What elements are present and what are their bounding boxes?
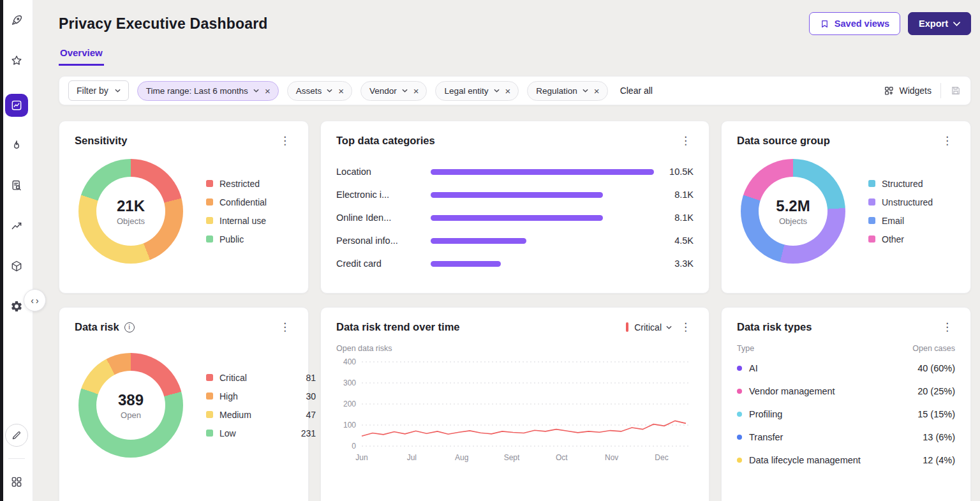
filter-chip-regulation[interactable]: Regulation × <box>527 81 607 101</box>
svg-text:Jul: Jul <box>407 453 417 462</box>
bar-fill <box>431 169 654 175</box>
card-menu-icon[interactable]: ⋮ <box>277 134 293 147</box>
remove-filter-icon[interactable]: × <box>264 86 271 96</box>
card-menu-icon[interactable]: ⋮ <box>939 320 955 334</box>
clear-all-button[interactable]: Clear all <box>620 86 653 96</box>
type-color-dot <box>737 412 742 417</box>
sidebar-item-catalog[interactable] <box>5 255 28 278</box>
card-menu-icon[interactable]: ⋮ <box>678 320 694 334</box>
donut-total-label: Objects <box>779 216 807 226</box>
bar-label: Credit card <box>336 258 422 269</box>
column-header-open-cases: Open cases <box>912 344 955 353</box>
open-cases-value: 12 (4%) <box>923 455 955 465</box>
line-chart: 0100200300400JunJulAugSeptOctNovDec <box>336 355 691 465</box>
legend-label: Medium <box>219 410 251 420</box>
donut-center: 389 Open <box>78 353 183 458</box>
sensitivity-card: Sensitivity ⋮ 21K Objects Restricted Con… <box>59 121 309 294</box>
saved-views-button[interactable]: Saved views <box>809 12 900 35</box>
bar-fill <box>431 238 526 244</box>
legend-item: Email <box>868 216 933 226</box>
filter-chip-label: Legal entity <box>444 86 488 96</box>
widgets-button[interactable]: Widgets <box>884 86 932 96</box>
legend-label: Email <box>882 216 904 226</box>
remove-filter-icon[interactable]: × <box>505 86 512 96</box>
sensitivity-donut-chart: 21K Objects <box>78 159 183 264</box>
card-title: Top data categories <box>336 135 435 147</box>
svg-text:Aug: Aug <box>455 453 468 462</box>
legend-label: Critical <box>219 373 247 383</box>
data-risk-trend-card: Data risk trend over time Critical ⋮ Ope… <box>320 307 709 501</box>
bar-track <box>431 169 654 175</box>
donut-total-label: Objects <box>117 216 145 226</box>
filter-bar: Filter by Time range: Last 6 months × As… <box>59 76 971 105</box>
remove-filter-icon[interactable]: × <box>413 86 420 96</box>
table-row: Profiling15 (15%) <box>737 403 955 426</box>
category-bar-chart: Location 10.5K Electronic i... 8.1K Onli… <box>336 167 694 269</box>
bar-track <box>431 238 654 244</box>
tab-overview[interactable]: Overview <box>59 47 104 66</box>
bar-row: Location 10.5K <box>336 167 694 177</box>
data-risk-card: Data risk i ⋮ 389 Open Critical81 High <box>59 307 309 501</box>
filter-chip-assets[interactable]: Assets × <box>287 81 352 101</box>
filter-chip-label: Time range: Last 6 months <box>146 86 248 96</box>
chevron-down-icon <box>953 22 960 26</box>
sidebar-item-compose[interactable] <box>5 424 28 447</box>
table-row: AI40 (60%) <box>737 357 955 380</box>
series-dropdown[interactable]: Critical <box>634 322 672 333</box>
legend-swatch <box>868 180 875 187</box>
remove-filter-icon[interactable]: × <box>593 86 600 96</box>
legend-label: Low <box>219 428 236 438</box>
filter-chip-time-range[interactable]: Time range: Last 6 months × <box>137 81 279 101</box>
type-label: AI <box>749 363 758 373</box>
table-row: Vendor management20 (25%) <box>737 380 955 403</box>
legend-label: High <box>219 391 238 401</box>
legend-swatch <box>868 236 875 243</box>
legend-swatch <box>206 180 213 187</box>
filter-chip-legal-entity[interactable]: Legal entity × <box>435 81 519 101</box>
legend-item: Medium47 <box>206 410 316 420</box>
card-menu-icon[interactable]: ⋮ <box>939 134 955 147</box>
page-title: Privacy Executive Dashboard <box>59 15 268 33</box>
dashboard-chart-icon <box>10 99 23 112</box>
legend-swatch <box>206 411 213 418</box>
sidebar-item-apps[interactable] <box>5 470 28 493</box>
sensitivity-legend: Restricted Confidential Internal use Pub… <box>206 179 267 244</box>
legend-item: Critical81 <box>206 373 316 383</box>
card-menu-icon[interactable]: ⋮ <box>277 320 293 334</box>
legend-swatch <box>206 217 213 224</box>
sidebar-item-reports[interactable] <box>5 214 28 237</box>
donut-total-value: 5.2M <box>776 197 810 215</box>
info-icon[interactable]: i <box>124 322 135 333</box>
sidebar-item-dashboards[interactable] <box>5 94 28 117</box>
bar-label: Personal info... <box>336 236 422 246</box>
legend-item: Public <box>206 234 267 244</box>
sidebar-item-favorites[interactable] <box>5 49 28 72</box>
save-view-button[interactable] <box>950 85 961 96</box>
filter-chip-vendor[interactable]: Vendor × <box>360 81 427 101</box>
chevron-down-icon <box>253 89 259 93</box>
filter-by-dropdown[interactable]: Filter by <box>68 80 129 101</box>
card-menu-icon[interactable]: ⋮ <box>678 134 694 147</box>
save-icon <box>950 85 961 96</box>
bar-label: Electronic i... <box>336 190 422 200</box>
legend-item: Confidential <box>206 197 267 207</box>
data-risk-donut-chart: 389 Open <box>78 353 183 458</box>
data-risk-types-card: Data risk types ⋮ Type Open cases AI40 (… <box>721 307 971 501</box>
sidebar-item-getting-started[interactable] <box>5 9 28 32</box>
legend-swatch <box>868 198 875 206</box>
sidebar-item-data-review[interactable] <box>5 174 28 197</box>
sidebar-collapse-button[interactable]: ‹› <box>24 289 46 311</box>
sidebar-item-risk[interactable] <box>5 134 28 157</box>
app-window: ‹› Privacy Executive Dashboard Saved vie… <box>0 0 980 501</box>
table-row: Data lifecycle management12 (4%) <box>737 449 955 472</box>
y-axis-title: Open data risks <box>336 344 694 353</box>
remove-filter-icon[interactable]: × <box>338 86 345 96</box>
legend-item: Structured <box>868 179 933 189</box>
card-title: Data risk <box>75 321 119 333</box>
legend-swatch <box>206 374 213 381</box>
table-body: AI40 (60%) Vendor management20 (25%) Pro… <box>737 357 955 472</box>
svg-text:Oct: Oct <box>556 453 568 462</box>
export-button[interactable]: Export <box>908 12 971 35</box>
svg-text:100: 100 <box>343 421 356 430</box>
top-data-categories-card: Top data categories ⋮ Location 10.5K Ele… <box>320 121 709 294</box>
